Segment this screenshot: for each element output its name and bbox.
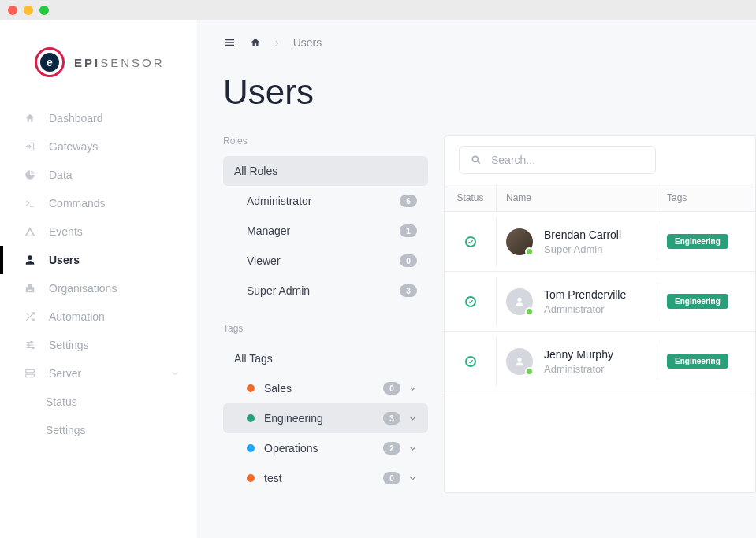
nav-sub-label: Status [46, 395, 77, 408]
th-tags: Tags [657, 184, 755, 211]
tag-label: Sales [264, 382, 292, 395]
tag-pill: Engineering [667, 234, 728, 249]
role-label: Super Admin [247, 284, 310, 297]
status-ok-icon [465, 356, 476, 367]
window-close-button[interactable] [8, 6, 17, 15]
nav-commands[interactable]: Commands [0, 189, 196, 217]
role-administrator[interactable]: Administrator 6 [223, 186, 428, 216]
table-row[interactable]: Brendan CarrollSuper AdminEngineering [445, 212, 755, 272]
cell-status [445, 345, 496, 378]
user-icon [24, 254, 36, 265]
nav-label: Organisations [49, 282, 117, 295]
nav-events[interactable]: Events [0, 217, 196, 246]
chevron-down-icon [170, 369, 180, 378]
presence-indicator [525, 367, 534, 376]
nav-label: Dashboard [49, 112, 103, 124]
chevron-down-icon[interactable] [408, 384, 417, 393]
main-content: › Users Users Roles All Roles Administra… [196, 20, 756, 538]
tag-label: test [264, 472, 282, 484]
cell-status [445, 225, 496, 258]
login-icon [24, 141, 36, 152]
tag-color-dot [247, 444, 255, 452]
warning-icon [24, 226, 36, 237]
tag-count-badge: 0 [383, 472, 400, 484]
window-minimize-button[interactable] [24, 6, 33, 15]
sidebar: e EPISENSOR Dashboard Gateways [0, 20, 196, 538]
shuffle-icon [24, 311, 36, 322]
cell-name: Brendan CarrollSuper Admin [496, 217, 657, 266]
tag-count-badge: 3 [383, 412, 400, 425]
primary-nav: Dashboard Gateways Data Commands [0, 104, 196, 444]
role-viewer[interactable]: Viewer 0 [223, 246, 428, 276]
nav-label: Settings [49, 339, 89, 351]
nav-users[interactable]: Users [0, 246, 196, 274]
nav-server[interactable]: Server [0, 359, 196, 388]
chevron-down-icon[interactable] [408, 474, 417, 483]
user-name: Brendan Carroll [544, 228, 621, 241]
table-body: Brendan CarrollSuper AdminEngineeringTom… [445, 212, 755, 391]
cell-status [445, 285, 496, 318]
roles-list: All Roles Administrator 6 Manager 1 View… [223, 156, 428, 306]
tag-color-dot [247, 384, 255, 392]
user-role: Administrator [544, 303, 626, 315]
brand-logo: e EPISENSOR [0, 20, 196, 104]
role-super-admin[interactable]: Super Admin 3 [223, 276, 428, 306]
tag-sales[interactable]: Sales 0 [223, 373, 428, 403]
th-name: Name [496, 184, 657, 211]
nav-label: Commands [49, 197, 106, 210]
tag-operations[interactable]: Operations 2 [223, 433, 428, 463]
menu-toggle-icon[interactable] [223, 36, 236, 49]
brand-name: EPISENSOR [74, 56, 165, 69]
presence-indicator [525, 247, 534, 256]
tag-color-dot [247, 414, 255, 422]
tag-all[interactable]: All Tags [223, 343, 428, 373]
role-count-badge: 3 [400, 284, 417, 297]
breadcrumb-home-icon[interactable] [250, 37, 261, 48]
nav-label: Automation [49, 310, 105, 323]
cell-tags: Engineering [657, 343, 755, 380]
table-row[interactable]: Tom PrendervilleAdministratorEngineering [445, 272, 755, 332]
nav-server-status[interactable]: Status [0, 388, 196, 416]
avatar [506, 228, 533, 255]
nav-automation[interactable]: Automation [0, 302, 196, 331]
user-role: Super Admin [544, 243, 621, 255]
tag-count-badge: 2 [383, 442, 400, 455]
cell-name: Jenny MurphyAdministrator [496, 337, 657, 386]
page-title: Users [196, 49, 756, 135]
avatar [506, 288, 533, 315]
window-maximize-button[interactable] [39, 6, 49, 15]
building-icon [24, 283, 36, 294]
th-status: Status [445, 184, 496, 211]
tags-list: All Tags Sales 0 Engineering 3 [223, 343, 428, 493]
user-role: Administrator [544, 363, 613, 375]
terminal-icon [24, 198, 36, 209]
tag-test[interactable]: test 0 [223, 463, 428, 493]
role-manager[interactable]: Manager 1 [223, 216, 428, 246]
role-label: Viewer [247, 254, 281, 267]
search-input[interactable] [491, 154, 644, 166]
breadcrumb-current: Users [293, 36, 322, 49]
search-icon [471, 154, 482, 165]
svg-rect-4 [26, 374, 35, 377]
tag-engineering[interactable]: Engineering 3 [223, 403, 428, 433]
role-count-badge: 6 [400, 195, 417, 207]
status-ok-icon [465, 296, 476, 307]
sliders-icon [24, 339, 36, 351]
nav-gateways[interactable]: Gateways [0, 132, 196, 161]
svg-point-5 [472, 156, 478, 161]
chevron-down-icon[interactable] [408, 444, 417, 453]
nav-organisations[interactable]: Organisations [0, 274, 196, 302]
svg-point-2 [32, 347, 34, 348]
nav-server-settings[interactable]: Settings [0, 416, 196, 444]
cell-name: Tom PrendervilleAdministrator [496, 277, 657, 326]
status-ok-icon [465, 236, 476, 247]
nav-dashboard[interactable]: Dashboard [0, 104, 196, 132]
chevron-down-icon[interactable] [408, 414, 417, 423]
nav-data[interactable]: Data [0, 161, 196, 189]
nav-settings[interactable]: Settings [0, 331, 196, 359]
search-box[interactable] [459, 146, 656, 174]
tag-label: Engineering [264, 412, 323, 425]
role-all[interactable]: All Roles [223, 156, 428, 186]
cell-tags: Engineering [657, 223, 755, 260]
table-row[interactable]: Jenny MurphyAdministratorEngineering [445, 332, 755, 391]
